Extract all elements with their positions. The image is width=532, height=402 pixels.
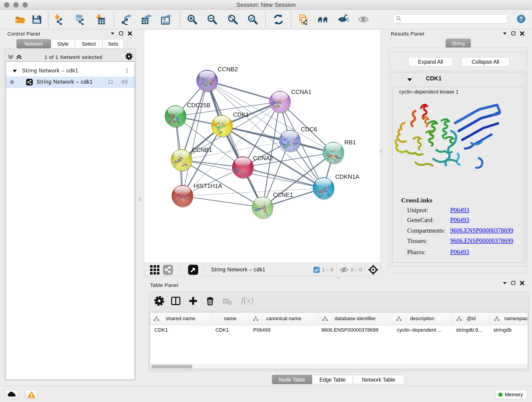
svg-text:CDC6: CDC6 [301, 126, 317, 133]
svg-text:CDC25B: CDC25B [187, 102, 210, 109]
svg-text:CCNB1: CCNB1 [192, 147, 212, 153]
svg-text:CCNA2: CCNA2 [253, 155, 273, 162]
svg-text:CCNE1: CCNE1 [273, 191, 293, 198]
svg-text:RB1: RB1 [344, 139, 356, 146]
svg-text:HIST1H1A: HIST1H1A [194, 182, 222, 189]
svg-text:CCNB2: CCNB2 [218, 66, 238, 73]
svg-text:CDKN1A: CDKN1A [335, 173, 360, 180]
svg-text:CCNA1: CCNA1 [291, 89, 311, 95]
svg-text:CDK1: CDK1 [233, 111, 249, 118]
